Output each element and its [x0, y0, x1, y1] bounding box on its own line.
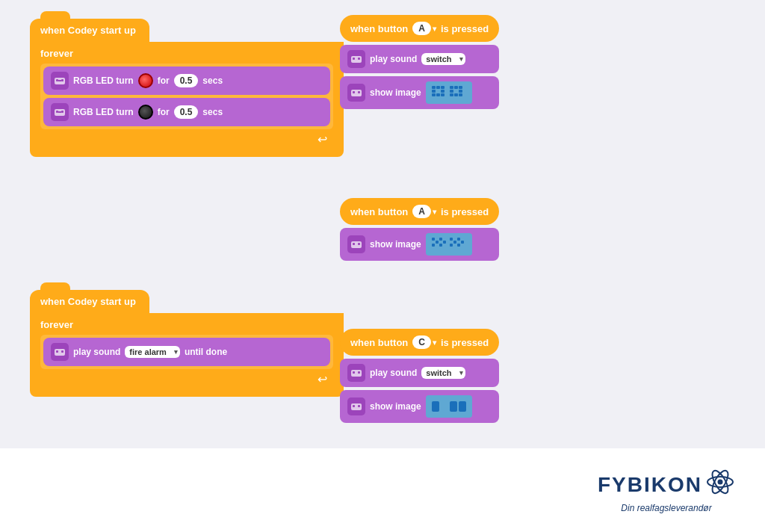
svg-rect-12: [353, 91, 355, 93]
logo-area: FYBIKON Din realfagsleverandør: [598, 467, 735, 513]
svg-rect-7: [58, 111, 61, 113]
svg-rect-58: [441, 401, 444, 412]
block-group-bot-right: when button C ▾ is pressed play sound sw…: [340, 329, 499, 423]
svg-rect-46: [457, 244, 460, 247]
sound-dropdown-2[interactable]: switch: [421, 367, 465, 379]
speaker-icon-2: [51, 343, 69, 361]
svg-rect-52: [358, 371, 360, 374]
svg-rect-47: [55, 349, 65, 356]
container-codey-2: forever play sound fire alarm until done…: [30, 313, 344, 397]
svg-rect-55: [358, 405, 360, 407]
svg-rect-27: [454, 93, 458, 96]
time-value-2[interactable]: 0.5: [174, 105, 199, 119]
sound-dropdown-fire[interactable]: fire alarm: [125, 346, 180, 358]
logo-text: FYBIKON: [598, 473, 702, 497]
svg-rect-26: [454, 86, 458, 89]
svg-rect-37: [432, 244, 435, 247]
image-display-3: [426, 395, 472, 418]
forever-label-2: forever: [40, 319, 333, 330]
show-image-block-1: show image: [340, 76, 499, 109]
container-codey-1: forever RGB LED turn for 0.5 secs: [30, 42, 344, 157]
play-sound-switch-block-1: play sound switch: [340, 45, 499, 73]
play-sound-fire-block: play sound fire alarm until done: [43, 338, 330, 366]
time-value-1[interactable]: 0.5: [174, 74, 199, 87]
repeat-arrow-1: ↩: [40, 129, 333, 146]
svg-rect-48: [56, 350, 58, 353]
repeat-arrow-2: ↩: [40, 369, 333, 386]
image-display-2: [426, 233, 472, 256]
logo-sub: Din realfagsleverandør: [621, 503, 711, 513]
svg-rect-44: [457, 238, 460, 241]
block-group-top-right: when button A ▾ is pressed play sound sw…: [340, 15, 499, 109]
speaker-icon-1: [347, 50, 365, 68]
button-c[interactable]: C: [412, 335, 431, 349]
sound-dropdown-1[interactable]: switch: [421, 53, 465, 65]
svg-rect-41: [450, 238, 453, 241]
svg-rect-13: [358, 91, 360, 93]
block-group-mid-right: when button A ▾ is pressed show image: [340, 198, 499, 261]
rgb-label-2: RGB LED turn: [73, 107, 134, 117]
svg-rect-6: [61, 111, 64, 113]
svg-rect-23: [450, 86, 453, 89]
svg-rect-10: [358, 58, 360, 60]
svg-rect-50: [351, 370, 362, 377]
svg-rect-39: [443, 241, 446, 244]
rgb-led-black-block: RGB LED turn for 0.5 secs: [43, 98, 330, 126]
svg-rect-22: [441, 93, 445, 96]
button-dropdown-1[interactable]: ▾: [433, 25, 436, 33]
atom-icon: [705, 467, 735, 503]
button-a-2[interactable]: A: [412, 205, 431, 218]
block-group-bot-left: when Codey start up forever play sound f…: [30, 290, 344, 397]
inner-blocks-2: play sound fire alarm until done: [40, 335, 333, 369]
trigger-block-c: when button C ▾ is pressed: [340, 329, 499, 356]
image-display-1: [426, 81, 472, 104]
svg-rect-21: [441, 90, 445, 93]
svg-rect-18: [436, 86, 440, 89]
svg-rect-42: [453, 241, 456, 244]
svg-rect-45: [461, 241, 464, 244]
svg-rect-20: [441, 86, 445, 89]
svg-rect-53: [351, 403, 362, 410]
button-a-1[interactable]: A: [412, 22, 431, 35]
color-black: [138, 105, 153, 120]
speaker-icon-3: [347, 364, 365, 382]
svg-rect-19: [436, 93, 440, 96]
show-image-block-3: show image: [340, 390, 499, 423]
block-group-top-left: when Codey start up forever RGB LED turn…: [30, 19, 344, 157]
rgb-label-1: RGB LED turn: [73, 75, 134, 86]
svg-rect-57: [432, 401, 439, 412]
hat-block-codey-1: when Codey start up: [30, 19, 149, 42]
svg-rect-54: [353, 405, 355, 407]
button-dropdown-2[interactable]: ▾: [433, 208, 436, 216]
svg-rect-24: [450, 90, 453, 93]
show-image-block-2: show image: [340, 228, 499, 261]
hat-block-codey-2: when Codey start up: [30, 290, 149, 313]
display-icon-3: [347, 398, 365, 415]
svg-rect-28: [459, 86, 462, 89]
svg-rect-25: [450, 93, 453, 96]
svg-rect-51: [353, 371, 355, 374]
robot-icon-1: [51, 72, 69, 90]
color-red: [138, 73, 153, 88]
footer: FYBIKON Din realfagsleverandør: [0, 448, 765, 532]
svg-rect-9: [353, 58, 355, 60]
svg-rect-29: [459, 90, 462, 93]
svg-rect-5: [56, 111, 58, 113]
svg-rect-31: [351, 241, 362, 248]
button-dropdown-c[interactable]: ▾: [433, 338, 436, 347]
svg-rect-60: [459, 401, 466, 412]
svg-rect-43: [450, 244, 453, 247]
svg-rect-34: [430, 235, 468, 253]
play-sound-switch-block-2: play sound switch: [340, 359, 499, 387]
trigger-block-a2: when button A ▾ is pressed: [340, 198, 499, 225]
inner-blocks-1: RGB LED turn for 0.5 secs RGB LED turn f…: [40, 64, 333, 129]
svg-rect-32: [353, 243, 355, 245]
svg-rect-35: [432, 238, 435, 241]
svg-rect-8: [351, 56, 362, 63]
svg-rect-17: [432, 93, 436, 96]
svg-rect-15: [432, 86, 436, 89]
display-icon-1: [347, 84, 365, 102]
svg-rect-40: [439, 244, 442, 247]
robot-icon-2: [51, 103, 69, 121]
svg-rect-11: [351, 90, 362, 96]
